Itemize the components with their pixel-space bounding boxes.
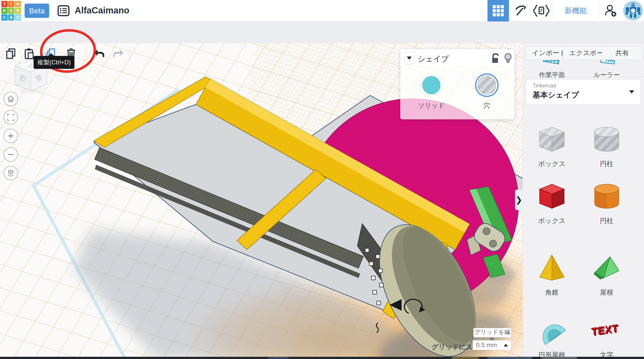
shape-box-red[interactable]: ボックス (530, 178, 574, 226)
shape-pyramid[interactable]: 角錐 (530, 250, 574, 297)
toolbar-separator (130, 46, 130, 62)
shape-text[interactable]: TEXTTEXT 文字 (584, 312, 629, 359)
tinkercad-logo[interactable]: TINKERCAD (1, 1, 22, 22)
minecraft-pickaxe-icon[interactable] (510, 0, 530, 22)
lightbulb-icon[interactable] (503, 52, 513, 66)
design-title[interactable]: AlfaCaimano (75, 5, 130, 16)
bottom-banner-cutoff (0, 357, 644, 359)
invite-person-icon[interactable] (599, 0, 622, 22)
logo-tile: N (15, 1, 21, 7)
logo-tile: T (1, 1, 8, 7)
chevron-right-icon: ❯ (516, 195, 522, 204)
fit-view-button[interactable] (4, 110, 18, 124)
divider (523, 76, 644, 77)
undo-button[interactable] (92, 48, 104, 60)
shape-inspector-panel: シェイプ ソリッド 穴 (400, 49, 515, 119)
shape-panel-body: ソリッド 穴 (400, 67, 515, 119)
perspective-toggle-button[interactable] (4, 166, 18, 180)
library-title: 基本シェイプ (533, 90, 579, 100)
hole-option[interactable]: 穴 (467, 72, 507, 110)
duplicate-tooltip: 複製(Ctrl+D) (34, 56, 74, 69)
toolbar-separator (519, 46, 519, 62)
shape-round-roof[interactable]: 円形屋根 (530, 312, 574, 359)
logo-tile: E (8, 8, 14, 14)
logo-tile: D (15, 14, 21, 20)
shape-library-select[interactable]: Tinkercad 基本シェイプ (526, 79, 641, 104)
design-menu-icon[interactable] (57, 4, 70, 18)
new-features-link[interactable]: 新機能 (552, 0, 599, 22)
shape-roof[interactable]: 屋根 (584, 250, 629, 297)
shape-box-hole[interactable]: ボックス (530, 121, 574, 168)
redo-button[interactable] (113, 48, 125, 60)
hole-option-label: 穴 (467, 101, 507, 110)
solid-option-label: ソリッド (411, 101, 452, 110)
chevron-up-icon (504, 344, 508, 346)
logo-tile: K (1, 8, 8, 14)
panel-collapse-button[interactable] (404, 52, 414, 64)
library-brand: Tinkercad (533, 82, 556, 89)
dashboard-grid-button[interactable] (488, 0, 509, 22)
shape-cylinder-hole[interactable]: 円柱 (584, 121, 629, 168)
tinkercad-app: TINKERCAD Beta AlfaCaimano 新機能 (0, 0, 644, 359)
ruler-label: ルーラー (584, 71, 629, 80)
sidebar-collapse-tab[interactable]: ❯ (515, 190, 522, 210)
shape-panel-title: シェイプ (418, 54, 449, 64)
shape-panel-header: シェイプ (400, 49, 515, 67)
share-button[interactable]: 共有 (602, 46, 642, 60)
logo-tile: I (8, 1, 14, 7)
chevron-down-icon (407, 56, 412, 60)
workplane-label: 作業平面 (530, 71, 574, 80)
edit-toolbar: インポート エクスポート 共有 (0, 22, 644, 43)
lock-icon[interactable] (490, 53, 501, 65)
edit-grid-button[interactable]: グリッドを編集 (474, 328, 512, 337)
home-view-button[interactable] (4, 92, 18, 106)
3d-viewport[interactable]: 上 右 後 (0, 43, 522, 359)
app-header: TINKERCAD Beta AlfaCaimano 新機能 (0, 0, 644, 22)
logo-tile: R (15, 8, 21, 14)
avatar[interactable] (622, 0, 644, 22)
toolbar-separator (86, 46, 86, 62)
shape-cylinder-orange[interactable]: 円柱 (584, 178, 629, 226)
shape-library-sidebar: 作業平面 ルーラー Tinkercad 基本シェイプ ボックス 円柱 (522, 43, 644, 359)
logo-tile: A (8, 14, 14, 20)
zoom-out-button[interactable] (4, 147, 18, 162)
view-nav-column (4, 92, 18, 184)
snap-grid-select[interactable]: 0.5 mm (473, 340, 511, 350)
codeblocks-icon[interactable] (530, 0, 552, 22)
zoom-in-button[interactable] (4, 129, 18, 143)
solid-option[interactable]: ソリッド (411, 72, 452, 110)
snap-grid-value: 0.5 mm (476, 342, 504, 349)
logo-tile: C (1, 14, 8, 20)
chevron-down-icon (629, 90, 634, 94)
beta-button[interactable]: Beta (24, 4, 49, 18)
